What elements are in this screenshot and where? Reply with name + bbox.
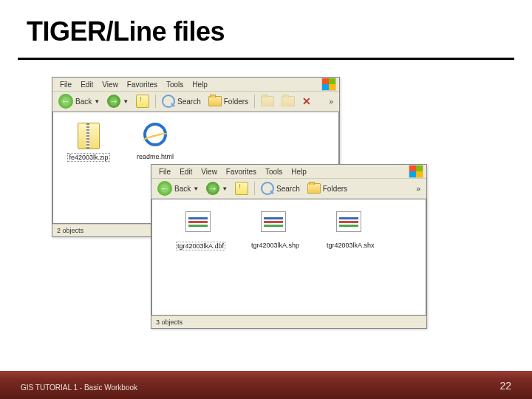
up-button[interactable] (232, 180, 251, 197)
slide-footer: GIS TUTORIAL 1 - Basic Workbook 22 (0, 371, 532, 399)
forward-arrow-icon: → (107, 95, 120, 108)
back-label: Back (75, 98, 92, 106)
forward-arrow-icon: → (206, 182, 219, 195)
menu-tools[interactable]: Tools (162, 81, 188, 89)
chevron-down-icon: ▼ (123, 98, 129, 105)
chevron-down-icon: ▼ (222, 185, 228, 192)
file-item-shp[interactable]: tgr42003lkA.shp (251, 210, 296, 250)
menu-file[interactable]: File (154, 168, 175, 176)
zip-icon (78, 123, 100, 149)
status-text: 3 objects (156, 318, 183, 326)
folders-icon (208, 96, 222, 106)
menu-view[interactable]: View (98, 81, 123, 89)
back-arrow-icon: ← (58, 94, 73, 109)
folder-up-icon (136, 95, 149, 108)
menu-favorites[interactable]: Favorites (222, 168, 261, 176)
folders-icon (307, 183, 321, 194)
back-label: Back (174, 185, 191, 193)
delete-x-icon: ✕ (302, 95, 311, 107)
file-item-shx[interactable]: tgr42003lkA.shx (327, 210, 371, 250)
folder-icon (261, 96, 274, 106)
title-underline (18, 58, 514, 60)
file-name-label: fe42003lk.zip (67, 153, 109, 162)
search-label: Search (177, 98, 201, 106)
menu-edit[interactable]: Edit (175, 168, 197, 176)
toolbar-separator (155, 95, 156, 108)
forward-button[interactable]: → ▼ (104, 93, 132, 109)
file-name-label: tgr42003lkA.shp (251, 242, 299, 249)
overflow-chevron-icon[interactable]: » (416, 185, 423, 193)
status-text: 2 objects (57, 227, 83, 234)
chevron-down-icon: ▼ (193, 185, 199, 192)
back-button[interactable]: ← Back ▼ (154, 180, 202, 197)
back-button[interactable]: ← Back ▼ (55, 93, 103, 109)
move-to-button[interactable] (258, 93, 277, 109)
file-item-dbf[interactable]: tgr42003lkA.dbf (176, 210, 220, 250)
menu-file[interactable]: File (55, 81, 76, 89)
folders-button[interactable]: Folders (205, 93, 251, 109)
data-file-icon (261, 211, 286, 232)
toolbar-separator (254, 182, 255, 195)
folders-label: Folders (323, 185, 347, 193)
search-button[interactable]: Search (159, 93, 204, 109)
windows-flag-icon (409, 165, 423, 178)
menubar: File Edit View Favorites Tools Help (52, 78, 339, 92)
menu-help[interactable]: Help (188, 81, 212, 89)
ie-icon (143, 123, 167, 146)
file-list-area: tgr42003lkA.dbf tgr42003lkA.shp tgr42003… (151, 199, 426, 316)
file-item-zip[interactable]: fe42003lk.zip (66, 123, 111, 162)
data-file-icon (336, 211, 361, 232)
slide-title: TIGER/Line files (27, 16, 225, 47)
back-arrow-icon: ← (157, 181, 172, 196)
toolbar: ← Back ▼ → ▼ Search Folders » (151, 179, 426, 199)
overflow-chevron-icon[interactable]: » (329, 98, 336, 106)
folders-label: Folders (224, 98, 248, 106)
menu-view[interactable]: View (197, 168, 222, 176)
file-name-label: tgr42003lkA.dbf (176, 242, 225, 250)
menu-edit[interactable]: Edit (76, 81, 98, 89)
menu-favorites[interactable]: Favorites (123, 81, 162, 89)
search-icon (261, 182, 274, 195)
footer-text: GIS TUTORIAL 1 - Basic Workbook (21, 383, 137, 392)
data-file-icon (185, 211, 211, 232)
menu-tools[interactable]: Tools (261, 168, 287, 176)
search-button[interactable]: Search (258, 180, 303, 197)
explorer-window-2: File Edit View Favorites Tools Help ← Ba… (151, 164, 427, 329)
windows-flag-icon (321, 78, 336, 91)
delete-button[interactable]: ✕ (299, 93, 314, 109)
folder-icon (282, 96, 295, 106)
search-icon (162, 95, 175, 108)
status-bar: 3 objects (151, 316, 426, 328)
copy-to-button[interactable] (279, 93, 298, 109)
file-name-label: readme.html (137, 153, 174, 160)
menubar: File Edit View Favorites Tools Help (151, 165, 426, 179)
forward-button[interactable]: → ▼ (203, 180, 231, 197)
chevron-down-icon: ▼ (94, 98, 100, 105)
toolbar-separator (254, 95, 255, 108)
up-button[interactable] (133, 93, 152, 109)
search-label: Search (276, 185, 300, 193)
toolbar: ← Back ▼ → ▼ Search Folders ✕ » (52, 92, 339, 112)
file-name-label: tgr42003lkA.shx (327, 242, 375, 249)
folder-up-icon (235, 182, 248, 195)
folders-button[interactable]: Folders (304, 180, 350, 197)
file-item-html[interactable]: readme.html (133, 123, 177, 162)
page-number: 22 (499, 380, 511, 392)
menu-help[interactable]: Help (287, 168, 311, 176)
